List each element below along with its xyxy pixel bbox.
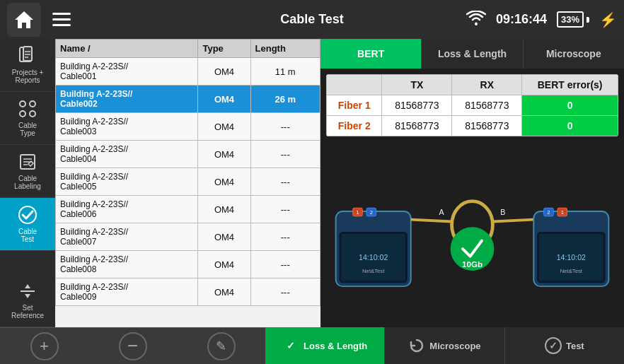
cable-row-7[interactable]: Building A-2-23S//Cable008 OM4 --- bbox=[56, 251, 320, 278]
bottom-left-buttons: + − ✎ bbox=[0, 327, 265, 364]
menu-button[interactable] bbox=[48, 8, 75, 30]
bottom-tab-microscope-label: Microscope bbox=[429, 341, 480, 351]
cable-row-4[interactable]: Building A-2-23S//Cable005 OM4 --- bbox=[56, 168, 320, 196]
col-header-type[interactable]: Type bbox=[198, 40, 250, 58]
remove-cable-button[interactable]: − bbox=[119, 332, 147, 360]
right-panel: BERT Loss & Length Microscope TX RX BERT… bbox=[320, 39, 624, 327]
bert-error-value: 0 bbox=[522, 116, 618, 136]
cable-name: Building A-2-23S//Cable008 bbox=[56, 251, 198, 278]
bottom-bar: + − ✎ ✓ Loss & Length Microscope ✓ Test bbox=[0, 327, 624, 364]
cable-table: Name Type Length Building A-2-23S//Cable… bbox=[55, 39, 320, 306]
bert-rx-value: 81568773 bbox=[452, 116, 522, 136]
svg-point-10 bbox=[30, 111, 35, 117]
sidebar-label-projects: Projects +Reports bbox=[12, 69, 44, 84]
cable-name: Building A-2-23S//Cable004 bbox=[56, 141, 198, 168]
cable-type: OM4 bbox=[198, 86, 250, 113]
menu-line-1 bbox=[52, 13, 71, 15]
svg-marker-18 bbox=[25, 294, 30, 298]
svg-text:Net&Test: Net&Test bbox=[560, 268, 583, 274]
sidebar-item-cable-labeling[interactable]: CableLabeling bbox=[0, 145, 55, 198]
cable-type: OM4 bbox=[198, 278, 250, 306]
bottom-tab-loss-length-label: Loss & Length bbox=[304, 341, 367, 351]
cable-row-8[interactable]: Building A-2-23S//Cable009 OM4 --- bbox=[56, 278, 320, 306]
svg-point-1 bbox=[475, 23, 478, 25]
cable-row-0[interactable]: Building A-2-23S//Cable001 OM4 11 m bbox=[56, 58, 320, 86]
svg-line-30 bbox=[492, 220, 533, 222]
bert-col-tx: TX bbox=[382, 75, 452, 95]
page-title: Cable Test bbox=[280, 12, 344, 27]
svg-text:A: A bbox=[439, 208, 445, 216]
add-cable-button[interactable]: + bbox=[30, 332, 59, 360]
svg-text:2: 2 bbox=[370, 209, 373, 216]
tab-microscope[interactable]: Microscope bbox=[524, 39, 624, 69]
sidebar-label-cable-test: CableTest bbox=[18, 228, 37, 243]
bert-rx-value: 81568773 bbox=[452, 95, 522, 116]
battery-percent: 33% bbox=[561, 14, 579, 25]
svg-text:2: 2 bbox=[547, 209, 550, 216]
cable-length: --- bbox=[250, 168, 320, 196]
menu-line-2 bbox=[52, 18, 71, 20]
charging-icon: ⚡ bbox=[599, 11, 617, 28]
sidebar-label-cable-labeling: CableLabeling bbox=[14, 175, 41, 190]
top-bar: Cable Test 09:16:44 33% ⚡ bbox=[0, 0, 624, 39]
cable-row-6[interactable]: Building A-2-23S//Cable007 OM4 --- bbox=[56, 223, 320, 251]
svg-text:1: 1 bbox=[356, 209, 359, 216]
cable-row-3[interactable]: Building A-2-23S//Cable004 OM4 --- bbox=[56, 141, 320, 168]
tab-bert[interactable]: BERT bbox=[320, 39, 422, 69]
cable-length: 11 m bbox=[250, 58, 320, 86]
svg-rect-3 bbox=[23, 47, 32, 61]
bert-fiber-label: Fiber 1 bbox=[327, 95, 382, 116]
bert-col-fiber bbox=[327, 75, 382, 95]
svg-text:B: B bbox=[500, 208, 505, 216]
cable-type: OM4 bbox=[198, 113, 250, 141]
bert-row-0: Fiber 1 81568773 81568773 0 bbox=[327, 95, 618, 116]
test-check-icon: ✓ bbox=[545, 337, 562, 354]
cable-length: --- bbox=[250, 141, 320, 168]
svg-line-29 bbox=[411, 220, 452, 222]
cable-type: OM4 bbox=[198, 58, 250, 86]
edit-cable-button[interactable]: ✎ bbox=[207, 332, 236, 360]
tab-loss-length[interactable]: Loss & Length bbox=[422, 39, 523, 69]
cable-type: OM4 bbox=[198, 251, 250, 278]
diagram-area: 14:10:02 Net&Test 1 2 A B bbox=[326, 142, 618, 322]
cable-row-1[interactable]: Building A-2-23S//Cable002 OM4 26 m bbox=[56, 86, 320, 113]
sidebar-item-set-reference[interactable]: SetReference bbox=[0, 274, 55, 327]
svg-text:Net&Test: Net&Test bbox=[362, 268, 385, 274]
bert-tx-value: 81568773 bbox=[382, 116, 452, 136]
svg-text:10Gb: 10Gb bbox=[462, 260, 483, 269]
battery-indicator: 33% bbox=[557, 11, 589, 28]
col-header-name[interactable]: Name bbox=[56, 40, 198, 58]
bert-col-rx: RX bbox=[452, 75, 522, 95]
cable-name: Building A-2-23S//Cable009 bbox=[56, 278, 198, 306]
col-header-length[interactable]: Length bbox=[250, 40, 320, 58]
sidebar-item-projects-reports[interactable]: Projects +Reports bbox=[0, 39, 55, 92]
sidebar: Projects +Reports CableType CableLabelin… bbox=[0, 39, 55, 327]
bottom-tab-test[interactable]: ✓ Test bbox=[505, 327, 624, 364]
refresh-icon bbox=[408, 337, 425, 354]
bert-error-value: 0 bbox=[522, 95, 618, 116]
cable-name: Building A-2-23S//Cable001 bbox=[56, 58, 198, 86]
cable-type: OM4 bbox=[198, 196, 250, 223]
wifi-icon bbox=[466, 11, 486, 29]
main-content: Projects +Reports CableType CableLabelin… bbox=[0, 39, 624, 327]
cable-row-2[interactable]: Building A-2-23S//Cable003 OM4 --- bbox=[56, 113, 320, 141]
bottom-right-tabs: ✓ Loss & Length Microscope ✓ Test bbox=[265, 327, 624, 364]
cable-name: Building A-2-23S//Cable003 bbox=[56, 113, 198, 141]
sidebar-label-set-reference: SetReference bbox=[11, 304, 44, 319]
bottom-tab-loss-length[interactable]: ✓ Loss & Length bbox=[265, 327, 385, 364]
bert-results-table: TX RX BERT error(s) Fiber 1 81568773 815… bbox=[326, 74, 618, 136]
cable-row-5[interactable]: Building A-2-23S//Cable006 OM4 --- bbox=[56, 196, 320, 223]
svg-point-9 bbox=[20, 111, 25, 117]
connection-diagram: 14:10:02 Net&Test 1 2 A B bbox=[329, 168, 616, 295]
home-button[interactable] bbox=[7, 3, 41, 37]
cable-type: OM4 bbox=[198, 141, 250, 168]
sidebar-item-cable-test[interactable]: CableTest bbox=[0, 198, 55, 251]
sidebar-item-cable-type[interactable]: CableType bbox=[0, 92, 55, 145]
cable-length: --- bbox=[250, 113, 320, 141]
bottom-tab-test-label: Test bbox=[566, 341, 584, 351]
bottom-tab-microscope[interactable]: Microscope bbox=[385, 327, 504, 364]
bert-fiber-label: Fiber 2 bbox=[327, 116, 382, 136]
bert-area: TX RX BERT error(s) Fiber 1 81568773 815… bbox=[320, 69, 624, 327]
bert-row-1: Fiber 2 81568773 81568773 0 bbox=[327, 116, 618, 136]
svg-text:14:10:02: 14:10:02 bbox=[557, 254, 586, 262]
